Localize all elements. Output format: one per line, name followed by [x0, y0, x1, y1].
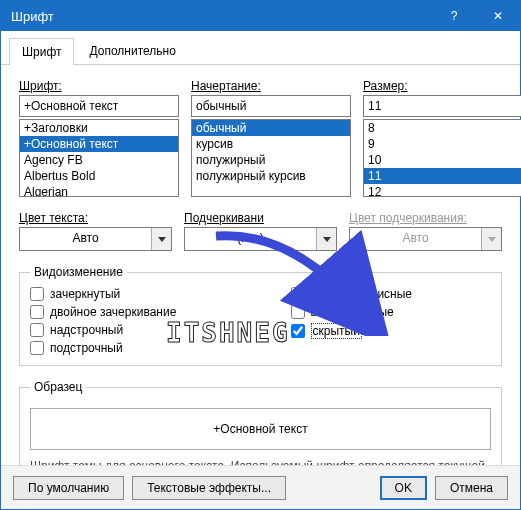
list-item[interactable]: Algerian — [20, 184, 178, 197]
set-default-button[interactable]: По умолчанию — [13, 476, 124, 500]
chevron-down-icon — [151, 228, 171, 250]
help-button[interactable]: ? — [432, 1, 476, 31]
font-dialog-window: Шрифт ? ✕ Шрифт Дополнительно Шрифт: +За… — [0, 0, 521, 510]
style-label: Начертание: — [191, 79, 351, 93]
size-listbox[interactable]: 8 9 10 11 12 — [363, 119, 521, 197]
close-icon: ✕ — [493, 9, 503, 23]
style-input[interactable] — [191, 95, 351, 117]
sample-legend: Образец — [30, 380, 86, 394]
window-title: Шрифт — [11, 9, 432, 24]
text-effects-button[interactable]: Текстовые эффекты... — [132, 476, 286, 500]
underline-color-combo: Авто — [349, 227, 502, 251]
dialog-footer: По умолчанию Текстовые эффекты... OK Отм… — [1, 465, 520, 509]
list-item[interactable]: Agency FB — [20, 152, 178, 168]
underline-style-label: Подчеркивани — [184, 211, 337, 225]
tab-strip: Шрифт Дополнительно — [1, 31, 520, 65]
strikethrough-checkbox[interactable]: зачеркнутый — [30, 287, 231, 301]
underline-color-label: Цвет подчеркивания: — [349, 211, 502, 225]
list-item[interactable]: 10 — [364, 152, 521, 168]
cancel-button[interactable]: Отмена — [435, 476, 508, 500]
list-item[interactable]: 9 — [364, 136, 521, 152]
list-item[interactable]: 8 — [364, 120, 521, 136]
font-input[interactable] — [19, 95, 179, 117]
ok-button[interactable]: OK — [380, 476, 427, 500]
size-label: Размер: — [363, 79, 521, 93]
sample-preview: +Основной текст — [30, 408, 491, 450]
dialog-content: Шрифт: +Заголовки +Основной текст Agency… — [1, 65, 520, 509]
all-caps-checkbox[interactable]: все прописные — [291, 305, 394, 319]
list-item[interactable]: Albertus Bold — [20, 168, 178, 184]
chevron-down-icon — [481, 228, 501, 250]
effects-legend: Видоизменение — [30, 265, 127, 279]
list-item[interactable]: 11 — [364, 168, 521, 184]
hidden-checkbox[interactable]: скрытый — [291, 323, 362, 339]
font-color-label: Цвет текста: — [19, 211, 172, 225]
effects-group: Видоизменение зачеркнутый двойное зачерк… — [19, 265, 502, 366]
font-listbox[interactable]: +Заголовки +Основной текст Agency FB Alb… — [19, 119, 179, 197]
style-listbox[interactable]: обычный курсив полужирный полужирный кур… — [191, 119, 351, 197]
list-item[interactable]: +Заголовки — [20, 120, 178, 136]
font-label: Шрифт: — [19, 79, 179, 93]
font-color-combo[interactable]: Авто — [19, 227, 172, 251]
tab-advanced[interactable]: Дополнительно — [76, 37, 188, 64]
superscript-checkbox[interactable]: надстрочный — [30, 323, 231, 337]
subscript-checkbox[interactable]: подстрочный — [30, 341, 231, 355]
tab-font[interactable]: Шрифт — [9, 38, 74, 65]
list-item[interactable]: полужирный курсив — [192, 168, 350, 184]
list-item[interactable]: полужирный — [192, 152, 350, 168]
chevron-down-icon — [316, 228, 336, 250]
titlebar: Шрифт ? ✕ — [1, 1, 520, 31]
list-item[interactable]: 12 — [364, 184, 521, 197]
size-input[interactable] — [363, 95, 521, 117]
double-strikethrough-checkbox[interactable]: двойное зачеркивание — [30, 305, 231, 319]
underline-style-combo[interactable]: (нет) — [184, 227, 337, 251]
help-icon: ? — [451, 9, 458, 23]
list-item[interactable]: +Основной текст — [20, 136, 178, 152]
close-button[interactable]: ✕ — [476, 1, 520, 31]
list-item[interactable]: обычный — [192, 120, 350, 136]
small-caps-checkbox[interactable]: малые прописные — [291, 287, 413, 301]
list-item[interactable]: курсив — [192, 136, 350, 152]
